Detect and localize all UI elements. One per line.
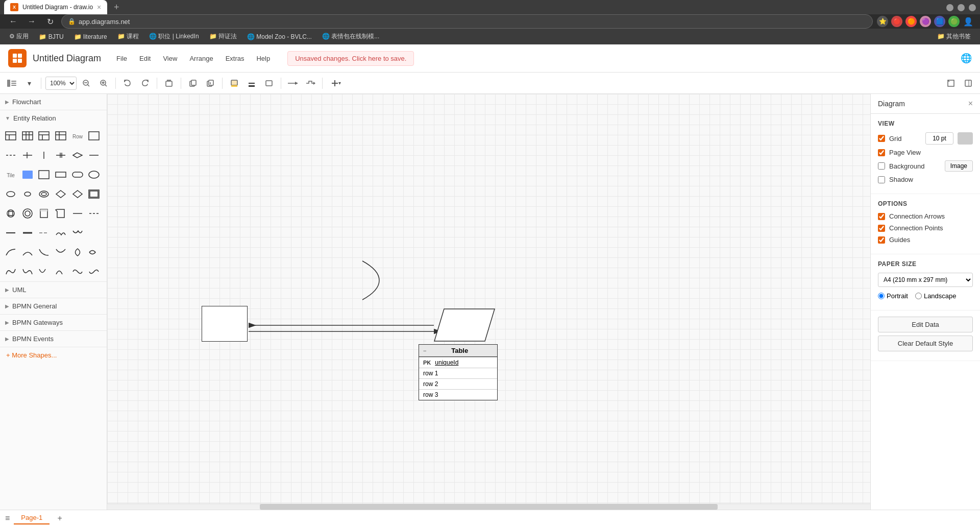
zoom-select[interactable]: 100% 75% 50% 150% (45, 77, 77, 90)
er-blue-rect[interactable] (21, 168, 34, 181)
er-line-h4[interactable] (54, 226, 67, 240)
zoom-in-btn[interactable] (96, 76, 111, 90)
er-shape-3[interactable] (37, 129, 51, 142)
bookmark-debate[interactable]: 📁 辩证法 (205, 31, 241, 42)
profile-icon[interactable]: 👤 (963, 16, 974, 27)
er-curve-3[interactable] (37, 246, 51, 259)
bookmark-emoji[interactable]: 🌐 表情包在线制模... (318, 31, 383, 42)
extensions-icon[interactable]: ⭐ (877, 16, 888, 27)
fullscreen-btn[interactable] (943, 76, 976, 90)
er-shape-g5[interactable] (71, 207, 84, 220)
er-shape-g1[interactable] (4, 207, 17, 220)
entity-relation-header[interactable]: ▼ Entity Relation (0, 110, 107, 126)
table-row-2[interactable]: row 2 (419, 378, 497, 389)
menu-arrange[interactable]: Arrange (184, 53, 218, 64)
bookmark-other[interactable]: 📁 其他书签 (933, 31, 975, 42)
er-shape-e4[interactable] (87, 168, 101, 181)
view-dropdown-btn[interactable]: ▾ (21, 76, 37, 90)
er-curve-6[interactable] (87, 246, 101, 259)
grid-checkbox[interactable] (878, 135, 885, 142)
er-shape-g3[interactable] (37, 207, 51, 220)
format-panel-btn[interactable] (961, 76, 976, 90)
diagram-arc-shape[interactable] (345, 260, 380, 301)
menu-file[interactable]: File (111, 53, 132, 64)
ext-icon-4[interactable]: 🟦 (934, 16, 945, 27)
flowchart-header[interactable]: ▶ Flowchart (0, 94, 107, 110)
table-row-1[interactable]: row 1 (419, 368, 497, 378)
er-shape-g4[interactable] (54, 207, 67, 220)
more-shapes-btn[interactable]: + More Shapes... (0, 347, 107, 363)
er-s-curve-3[interactable] (37, 265, 51, 278)
menu-help[interactable]: Help (251, 53, 275, 64)
tab-close-button[interactable]: × (97, 3, 101, 11)
browser-tab-active[interactable]: X Untitled Diagram - draw.io × (4, 0, 107, 14)
ext-icon-5[interactable]: 🟢 (948, 16, 960, 27)
save-notification[interactable]: Unsaved changes. Click here to save. (287, 51, 414, 66)
back-button[interactable]: ← (6, 14, 20, 29)
connection-points-checkbox[interactable] (878, 225, 885, 232)
ext-icon-2[interactable]: 🟠 (905, 16, 917, 27)
er-curve-4[interactable] (54, 246, 67, 259)
guides-checkbox[interactable] (878, 236, 885, 244)
bookmark-apps[interactable]: ⚙ 应用 (5, 31, 33, 42)
minimize-button[interactable] (946, 4, 953, 11)
er-shape-f5[interactable] (71, 187, 84, 201)
table-row-3[interactable]: row 3 (419, 389, 497, 400)
er-shape-f2[interactable] (21, 187, 34, 201)
diagram-parallelogram-shape[interactable] (434, 308, 495, 342)
bookmark-literature[interactable]: 📁 literature (70, 32, 111, 41)
er-shape-e3[interactable] (71, 168, 84, 181)
menu-extras[interactable]: Extras (220, 53, 250, 64)
diagram-rect-shape[interactable] (202, 306, 248, 342)
add-page-btn[interactable]: + (54, 512, 66, 524)
page-1-tab[interactable]: Page-1 (14, 512, 50, 524)
er-shape-g2[interactable] (21, 207, 34, 220)
er-shape-f4[interactable] (54, 187, 67, 201)
redo-btn[interactable] (137, 76, 153, 90)
forward-button[interactable]: → (24, 14, 39, 29)
er-s-curve-1[interactable] (4, 265, 17, 278)
er-line-5[interactable] (71, 149, 84, 162)
er-shape-2[interactable] (21, 129, 34, 142)
undo-btn[interactable] (120, 76, 135, 90)
bpmn-gateways-header[interactable]: ▶ BPMN Gateways (0, 315, 107, 330)
new-tab-button[interactable]: + (109, 0, 124, 14)
er-shape-row[interactable]: Row (71, 129, 84, 142)
landscape-radio[interactable] (915, 293, 922, 299)
er-curve-2[interactable] (21, 246, 34, 259)
ext-icon-3[interactable]: 🟣 (920, 16, 931, 27)
er-line-h3[interactable] (37, 226, 51, 240)
uml-header[interactable]: ▶ UML (0, 282, 107, 298)
er-s-curve-6[interactable] (87, 265, 101, 278)
grid-value-input[interactable] (925, 132, 953, 145)
connection-arrows-checkbox[interactable] (878, 213, 885, 220)
canvas-grid[interactable]: − Table PK uniqueId row 1 row 2 row 3 (107, 94, 870, 510)
panel-close-btn[interactable]: × (968, 99, 973, 108)
er-curve-5[interactable] (71, 246, 84, 259)
er-curve-1[interactable] (4, 246, 17, 259)
clear-default-style-btn[interactable]: Clear Default Style (878, 336, 973, 351)
insert-btn[interactable]: ▾ (327, 76, 345, 90)
paste-style-btn[interactable] (203, 76, 218, 90)
er-line-2[interactable] (21, 149, 34, 162)
er-shape-5[interactable] (87, 129, 101, 142)
er-shape-g6[interactable] (87, 207, 101, 220)
er-line-h1[interactable] (4, 226, 17, 240)
maximize-button[interactable] (958, 4, 965, 11)
er-line-3[interactable] (37, 149, 51, 162)
edit-data-btn[interactable]: Edit Data (878, 317, 973, 332)
bpmn-events-header[interactable]: ▶ BPMN Events (0, 331, 107, 347)
page-view-checkbox[interactable] (878, 149, 885, 156)
er-text-tile[interactable]: Tile (4, 168, 17, 181)
scrollbar-thumb-h[interactable] (260, 504, 718, 510)
bookmark-bjtu[interactable]: 📁 BJTU (35, 32, 67, 41)
er-line-6[interactable] (87, 149, 101, 162)
er-shape-e2[interactable] (54, 168, 67, 181)
diagram-table-shape[interactable]: − Table PK uniqueId row 1 row 2 row 3 (419, 344, 498, 400)
fit-page-btn[interactable] (943, 76, 959, 90)
zoom-out-btn[interactable] (79, 76, 94, 90)
grid-color-swatch[interactable] (958, 132, 973, 145)
menu-edit[interactable]: Edit (134, 53, 156, 64)
er-line-4[interactable] (54, 149, 67, 162)
er-shape-f6[interactable] (87, 187, 101, 201)
